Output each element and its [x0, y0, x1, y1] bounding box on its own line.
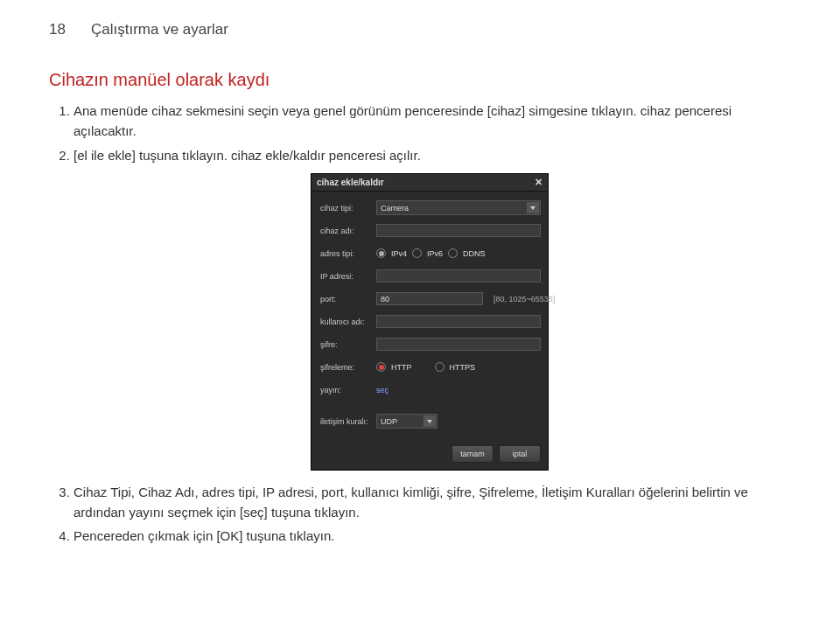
dialog-title: cihaz ekle/kaldır	[317, 178, 384, 187]
port-hint: [80, 1025~65535]	[494, 295, 555, 304]
device-type-select[interactable]: Camera	[376, 200, 541, 215]
port-input[interactable]	[376, 292, 483, 305]
page-header: 18 Çalıştırma ve ayarlar	[49, 21, 791, 38]
user-input[interactable]	[376, 315, 541, 328]
radio-https-label: HTTPS	[450, 363, 476, 372]
radio-ddns[interactable]	[448, 248, 458, 258]
radio-ipv6[interactable]	[412, 248, 422, 258]
label-encryption: şifreleme:	[320, 363, 376, 372]
protocol-value: UDP	[381, 417, 397, 426]
chevron-down-icon	[424, 415, 436, 427]
label-user: kullanıcı adı:	[320, 317, 376, 326]
step-3: Cihaz Tipi, Cihaz Adı, adres tipi, IP ad…	[74, 482, 791, 523]
dialog-titlebar: cihaz ekle/kaldır ✕	[312, 174, 548, 192]
radio-ipv6-label: IPv6	[427, 249, 443, 258]
pass-input[interactable]	[376, 338, 541, 351]
steps-list-continued: Cihaz Tipi, Cihaz Adı, adres tipi, IP ad…	[49, 482, 791, 547]
chevron-down-icon	[527, 202, 539, 213]
radio-https[interactable]	[435, 362, 444, 372]
radio-ddns-label: DDNS	[463, 249, 486, 258]
section-title: Cihazın manüel olarak kaydı	[49, 70, 791, 90]
radio-http[interactable]	[376, 362, 386, 372]
device-type-value: Camera	[381, 204, 409, 213]
label-protocol: iletişim kuralı:	[320, 417, 376, 426]
cancel-button[interactable]: iptal	[499, 445, 541, 463]
page-number: 18	[49, 21, 75, 38]
protocol-select[interactable]: UDP	[376, 414, 438, 429]
label-stream: yayın:	[320, 386, 376, 394]
page-header-title: Çalıştırma ve ayarlar	[91, 21, 228, 38]
label-device-name: cihaz adı:	[320, 227, 376, 235]
label-pass: şifre:	[320, 340, 376, 349]
step-4: Pencereden çıkmak için [OK] tuşuna tıkla…	[74, 526, 791, 546]
dialog-screenshot: cihaz ekle/kaldır ✕ cihaz tipi: Camera c…	[312, 174, 791, 470]
stream-select-link[interactable]: seç	[376, 386, 388, 394]
label-device-type: cihaz tipi:	[320, 204, 376, 213]
radio-http-label: HTTP	[391, 363, 412, 372]
radio-ipv4-label: IPv4	[391, 249, 407, 258]
ip-input[interactable]	[376, 269, 541, 283]
ok-button[interactable]: tamam	[452, 445, 494, 463]
step-1: Ana menüde cihaz sekmesini seçin veya ge…	[74, 101, 791, 142]
label-address-type: adres tipi:	[320, 249, 376, 258]
step-2: [el ile ekle] tuşuna tıklayın. cihaz ekl…	[74, 145, 791, 165]
label-ip: IP adresi:	[320, 272, 376, 281]
close-icon[interactable]: ✕	[535, 177, 542, 188]
radio-ipv4[interactable]	[376, 248, 386, 258]
device-name-input[interactable]	[376, 224, 541, 237]
steps-list: Ana menüde cihaz sekmesini seçin veya ge…	[49, 101, 791, 165]
label-port: port:	[320, 295, 376, 304]
add-remove-device-dialog: cihaz ekle/kaldır ✕ cihaz tipi: Camera c…	[312, 174, 548, 470]
